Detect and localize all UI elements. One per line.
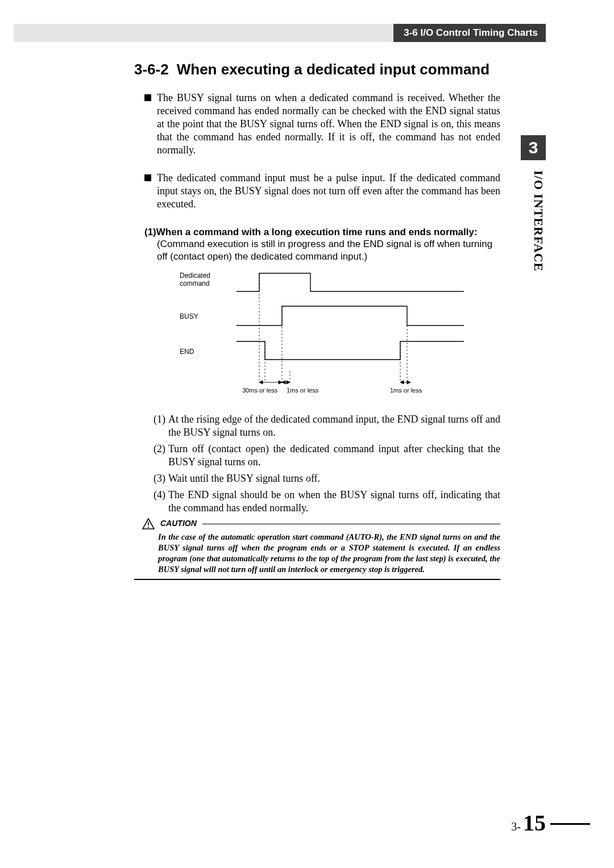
step-2: (2)Turn off (contact open) the dedicated… <box>168 443 500 469</box>
dim-arrow-2 <box>282 381 290 384</box>
page-number-rule <box>550 823 590 825</box>
title-text: When executing a dedicated input command <box>177 61 489 78</box>
page-title: 3-6-2When executing a dedicated input co… <box>134 60 500 79</box>
step-2-num: (2) <box>154 443 165 456</box>
dim-arrow-1 <box>259 381 282 384</box>
caution-line <box>202 524 500 524</box>
chapter-tab: 3 <box>521 135 546 160</box>
timing-diagram: Dedicatedcommand BUSY END <box>180 269 500 403</box>
case1-num: (1) <box>144 227 156 237</box>
step-1-num: (1) <box>154 413 165 426</box>
page-content: 3-6-2When executing a dedicated input co… <box>134 60 500 580</box>
diag-label-end: END <box>180 348 194 356</box>
square-bullet-icon <box>144 94 151 101</box>
step-2-text: Turn off (contact open) the dedicated co… <box>168 443 500 468</box>
svg-marker-14 <box>407 381 410 384</box>
case1-body: (Command execution is still in progress … <box>134 238 500 263</box>
caution-triangle-icon <box>142 518 155 529</box>
caution-body: In the case of the automatic operation s… <box>134 532 500 574</box>
step-3-text: Wait until the BUSY signal turns off. <box>168 473 320 484</box>
caution-header: CAUTION <box>142 518 500 529</box>
step-1: (1)At the rising edge of the dedicated c… <box>168 413 500 439</box>
svg-marker-7 <box>259 381 263 384</box>
bullet-2-text: The dedicated command input must be a pu… <box>157 172 500 210</box>
step-4: (4)The END signal should be on when the … <box>168 489 500 515</box>
square-bullet-icon <box>144 174 151 181</box>
svg-point-16 <box>148 527 149 528</box>
page-number: 3-15 <box>511 809 546 836</box>
bullet-1-text: The BUSY signal turns on when a dedicate… <box>157 92 500 156</box>
case1-heading: (1)When a command with a long execution … <box>134 226 500 239</box>
diag-label-busy: BUSY <box>180 312 198 320</box>
diag-t2: 1ms or less <box>287 387 319 394</box>
svg-marker-11 <box>287 381 290 384</box>
step-3: (3)Wait until the BUSY signal turns off. <box>168 472 500 485</box>
step-3-num: (3) <box>154 472 165 485</box>
bullet-1: The BUSY signal turns on when a dedicate… <box>134 91 500 157</box>
bullet-2: The dedicated command input must be a pu… <box>134 172 500 211</box>
side-chapter-label: I/O INTERFACE <box>521 170 546 272</box>
case1-heading-text: When a command with a long execution tim… <box>156 227 478 237</box>
diag-t1: 30ms or less <box>242 387 278 394</box>
header-section-label: 3-6 I/O Control Timing Charts <box>393 24 546 42</box>
step-4-num: (4) <box>154 489 165 502</box>
waveform-end <box>237 341 464 360</box>
page-prefix: 3- <box>511 820 521 833</box>
step-4-text: The END signal should be on when the BUS… <box>168 489 500 514</box>
svg-marker-13 <box>400 381 404 384</box>
diag-t3: 1ms or less <box>390 387 422 394</box>
dim-arrow-3 <box>400 381 410 384</box>
caution-label: CAUTION <box>160 519 197 529</box>
waveform-dedicated <box>237 273 464 291</box>
waveform-busy <box>237 306 464 326</box>
svg-marker-10 <box>282 381 285 384</box>
steps-list: (1)At the rising edge of the dedicated c… <box>134 413 500 515</box>
step-1-text: At the rising edge of the dedicated comm… <box>168 414 500 438</box>
title-number: 3-6-2 <box>134 61 169 78</box>
section-end-rule <box>134 579 500 580</box>
diag-label-dedicated: Dedicatedcommand <box>180 272 210 287</box>
page-num-big: 15 <box>523 809 546 836</box>
